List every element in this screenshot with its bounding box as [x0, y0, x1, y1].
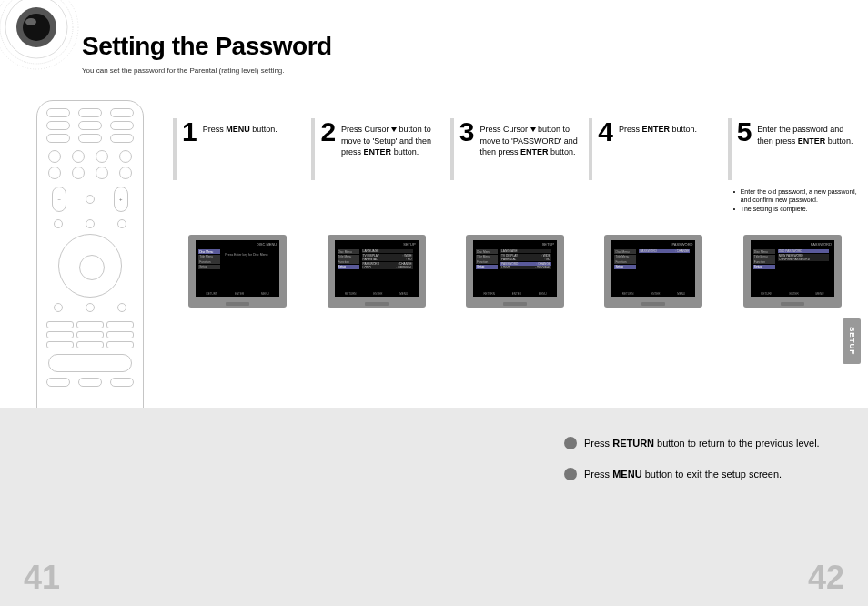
footer-note-row: Press MENU button to exit the setup scre…: [564, 468, 841, 480]
steps-row: 1Press MENU button.2Press Cursor button …: [173, 118, 857, 213]
step-3: 3Press Cursor button to move to 'PASSWOR…: [450, 118, 580, 213]
step-2: 2Press Cursor button to move to 'Setup' …: [311, 118, 440, 213]
decorative-speaker-graphic: [0, 0, 82, 73]
step-1: 1Press MENU button.: [173, 118, 302, 213]
bullet-dot-icon: [564, 437, 577, 449]
svg-point-5: [25, 18, 36, 25]
footer-notes: Press RETURN button to return to the pre…: [564, 437, 841, 480]
section-tab-label: SETUP: [848, 327, 856, 356]
step-4: 4Press ENTER button.: [589, 118, 718, 213]
footer-note-row: Press RETURN button to return to the pre…: [564, 437, 841, 449]
step-number: 1: [182, 118, 197, 146]
step-text: Press MENU button.: [203, 118, 278, 136]
svg-point-4: [23, 14, 50, 41]
footer-note-text: Press MENU button to exit the setup scre…: [584, 469, 782, 480]
page-number-left: 41: [24, 559, 60, 597]
note-item: Enter the old password, a new password, …: [733, 187, 857, 205]
footer-note-text: Press RETURN button to return to the pre…: [584, 438, 820, 449]
tv-screen-step3: SETUPDisc MenuTitle MenuFunctionSetupLAN…: [466, 235, 564, 308]
step-text: Press Cursor button to move to 'Setup' a…: [341, 118, 441, 158]
bullet-dot-icon: [564, 468, 577, 480]
page-subtitle: You can set the password for the Parenta…: [82, 66, 332, 75]
step-number: 4: [598, 118, 613, 146]
page-number-right: 42: [808, 559, 844, 597]
page-title: Setting the Password: [82, 32, 332, 61]
tv-screen-step5: PASSWORDDisc MenuTitle MenuFunctionSetup…: [743, 235, 842, 308]
cursor-down-icon: [391, 127, 397, 132]
tv-screen-step2: SETUPDisc MenuTitle MenuFunctionSetupLAN…: [328, 235, 426, 308]
step-5: 5Enter the password and then press ENTER…: [728, 118, 857, 213]
step-number: 5: [737, 118, 752, 146]
tv-screen-step1: DISC MENUDisc MenuTitle MenuFunctionSetu…: [188, 235, 287, 308]
step5-notes: Enter the old password, a new password, …: [728, 187, 857, 213]
step-text: Press Cursor button to move to 'PASSWORD…: [480, 118, 580, 158]
step-number: 2: [320, 118, 336, 146]
step-number: 3: [459, 118, 475, 146]
cursor-down-icon: [530, 127, 536, 132]
step-text: Enter the password and then press ENTER …: [757, 118, 857, 146]
note-item: The setting is complete.: [733, 205, 857, 213]
step-text: Press ENTER button.: [619, 118, 697, 136]
tv-screen-step4: PASSWORDDisc MenuTitle MenuFunctionSetup…: [604, 235, 702, 308]
tv-screens-row: DISC MENUDisc MenuTitle MenuFunctionSetu…: [173, 235, 857, 308]
section-tab-setup: SETUP: [843, 318, 861, 364]
